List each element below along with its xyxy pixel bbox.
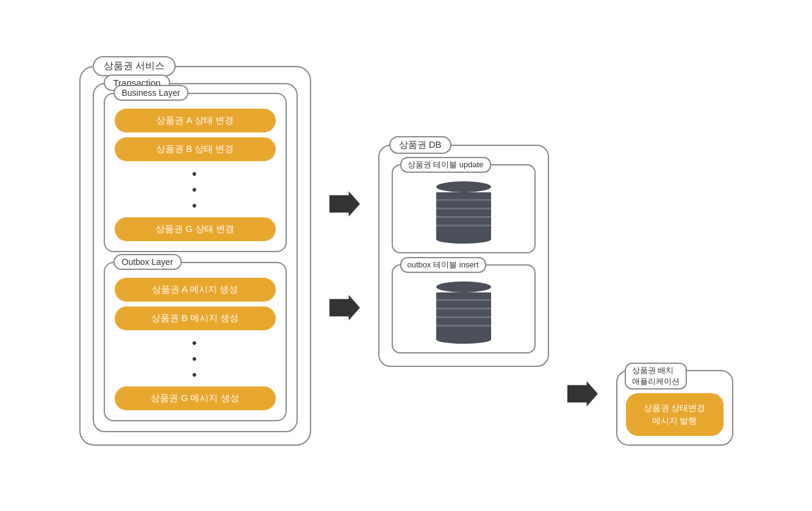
db-bottom-1 — [436, 235, 491, 244]
db-stripe-1e — [436, 227, 491, 235]
outbox-dots: ••• — [115, 335, 276, 383]
table-update-label: 상품권 테이블 update — [400, 157, 491, 173]
business-layer-label: Business Layer — [113, 85, 189, 101]
db-stripe-1a — [436, 192, 491, 201]
outbox-insert-label: outbox 테이블 insert — [400, 257, 486, 273]
db-bottom-2 — [436, 335, 491, 344]
outbox-item-2: 상품권 G 메시지 생성 — [115, 386, 276, 410]
business-item-1: 상품권 B 상태 변경 — [115, 137, 276, 161]
service-box: 상품권 서비스 Transaction Business Layer 상품권 A… — [79, 66, 311, 446]
diagram: 상품권 서비스 Transaction Business Layer 상품권 A… — [67, 54, 746, 458]
db-stripe-1c — [436, 209, 491, 218]
db-top-2 — [436, 281, 491, 292]
svg-marker-0 — [329, 191, 360, 217]
db-top-1 — [436, 181, 491, 192]
db-cylinder-bottom — [401, 281, 526, 344]
db-stripe-2a — [436, 292, 491, 301]
outbox-layer-label: Outbox Layer — [113, 254, 182, 270]
db-cylinder-top — [401, 181, 526, 244]
db-label: 상품권 DB — [389, 136, 451, 154]
business-layer-box: Business Layer 상품권 A 상태 변경 상품권 B 상태 변경 •… — [104, 93, 287, 252]
svg-marker-2 — [567, 381, 598, 407]
business-item-2: 상품권 G 상태 변경 — [115, 217, 276, 241]
batch-outer-box: 상품권 배치애플리케이션 상품권 상태변경메시지 발행 — [616, 370, 733, 446]
batch-app-label: 상품권 배치애플리케이션 — [625, 363, 687, 390]
service-label: 상품권 서비스 — [93, 56, 176, 76]
outbox-item-1: 상품권 B 메시지 생성 — [115, 306, 276, 330]
outbox-item-0: 상품권 A 메시지 생성 — [115, 278, 276, 302]
arrow-bottom — [329, 292, 360, 323]
batch-action-pill: 상품권 상태변경메시지 발행 — [626, 393, 724, 436]
arrows-column — [329, 189, 360, 323]
svg-marker-1 — [329, 295, 360, 321]
transaction-box: Transaction Business Layer 상품권 A 상태 변경 상… — [93, 83, 298, 432]
db-outer-box: 상품권 DB 상품권 테이블 update outbox 테이블 insert — [378, 145, 549, 367]
db-stripe-1d — [436, 218, 491, 227]
db-stripe-2d — [436, 318, 491, 327]
db-stripe-1b — [436, 201, 491, 209]
business-dots: ••• — [115, 166, 276, 214]
db-stripe-2e — [436, 327, 491, 335]
arrow-top — [329, 189, 360, 219]
db-stripe-2b — [436, 301, 491, 310]
business-item-0: 상품권 A 상태 변경 — [115, 109, 276, 132]
batch-section: 상품권 배치애플리케이션 상품권 상태변경메시지 발행 — [616, 370, 733, 446]
outbox-layer-box: Outbox Layer 상품권 A 메시지 생성 상품권 B 메시지 생성 •… — [104, 262, 287, 421]
table-update-section: 상품권 테이블 update — [392, 164, 536, 253]
db-stripe-2c — [436, 310, 491, 318]
arrow-right — [567, 379, 598, 409]
arrow-to-batch — [567, 379, 598, 446]
outbox-insert-section: outbox 테이블 insert — [392, 264, 536, 353]
